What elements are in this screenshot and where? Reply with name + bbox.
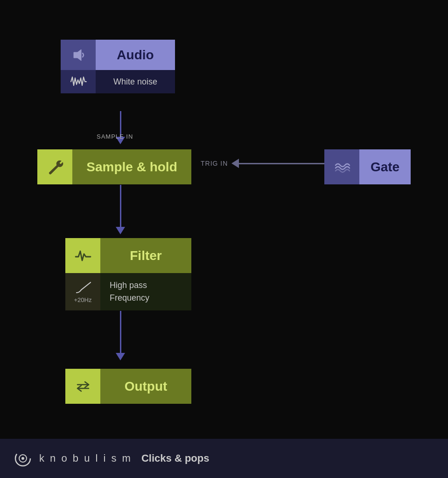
audio-title-box: Audio: [96, 40, 175, 70]
trig-in-label: TRIG IN: [201, 160, 228, 167]
gate-title-box: Gate: [359, 149, 411, 184]
filter-sub-icon-box: +20Hz: [65, 273, 100, 310]
waveform-icon: [70, 73, 87, 90]
wrench-icon: [47, 159, 63, 176]
output-block[interactable]: Output: [65, 369, 191, 404]
filter-sub-text-box: High pass Frequency: [100, 273, 191, 310]
brand-text: k n o b u l i s m: [39, 452, 132, 464]
knobulism-logo-icon: [14, 450, 32, 467]
trig-in-arrow: [231, 159, 337, 168]
main-canvas: Audio White noise SAMPLE IN Sampl: [0, 0, 448, 439]
svg-marker-0: [74, 49, 81, 61]
audio-subtitle-box: White noise: [96, 70, 175, 93]
arrow-head-3: [116, 353, 125, 360]
filter-param: Frequency: [110, 293, 149, 303]
gate-block[interactable]: Gate: [324, 149, 411, 184]
pulse-icon: [75, 247, 91, 264]
output-icon-box: [65, 369, 100, 404]
wave-icon: [334, 159, 350, 176]
output-title-box: Output: [100, 369, 191, 404]
output-title: Output: [125, 379, 168, 394]
bottom-bar: k n o b u l i s m Clicks & pops: [0, 439, 448, 478]
arrow-sample-to-filter: [116, 185, 125, 234]
arrow-line-2: [120, 185, 121, 227]
filter-type: High pass: [110, 281, 147, 290]
svg-point-3: [21, 457, 24, 460]
audio-waveform-icon-box: [61, 70, 96, 93]
sample-title: Sample & hold: [86, 160, 177, 175]
audio-subtitle-text: White noise: [113, 77, 157, 87]
audio-icon-box: [61, 40, 96, 70]
filter-block[interactable]: Filter +20Hz High pass Frequency: [65, 238, 191, 310]
sample-in-label: SAMPLE IN: [97, 133, 133, 140]
arrow-h-line: [239, 163, 337, 164]
filter-freq-value: +20Hz: [74, 296, 92, 303]
filter-title: Filter: [130, 248, 161, 263]
filter-icon-box: [65, 238, 100, 273]
highpass-icon: [75, 281, 91, 295]
arrow-head-2: [116, 227, 125, 234]
sample-title-box: Sample & hold: [72, 149, 191, 184]
swap-icon: [75, 378, 91, 395]
audio-title: Audio: [117, 48, 154, 63]
arrow-line-3: [120, 311, 121, 353]
audio-block[interactable]: Audio White noise: [61, 40, 175, 93]
filter-title-box: Filter: [100, 238, 191, 273]
gate-title: Gate: [371, 160, 399, 175]
arrow-filter-to-output: [116, 311, 125, 360]
sample-hold-block[interactable]: Sample & hold: [37, 149, 191, 184]
gate-icon-box: [324, 149, 359, 184]
speaker-icon: [70, 47, 87, 63]
trig-in-area: TRIG IN: [201, 159, 337, 168]
arrow-head-left: [231, 159, 239, 168]
sample-icon-box: [37, 149, 72, 184]
app-title-text: Clicks & pops: [141, 452, 209, 464]
